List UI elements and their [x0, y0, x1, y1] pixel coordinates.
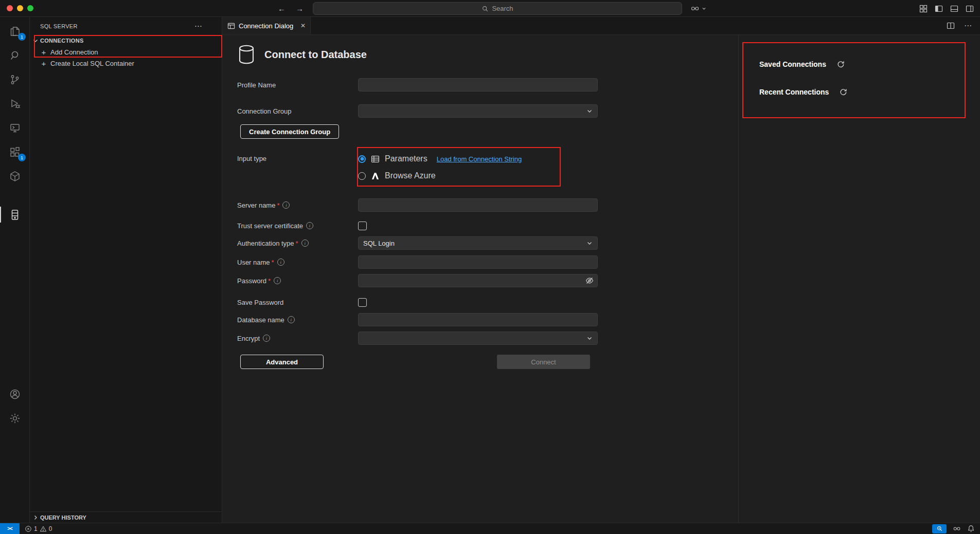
minimize-window-button[interactable] [17, 5, 23, 11]
source-control-icon [9, 73, 21, 86]
server-name-input[interactable] [358, 198, 598, 212]
profile-name-input[interactable] [358, 78, 598, 91]
connect-button[interactable]: Connect [497, 355, 590, 369]
copilot-icon [690, 4, 700, 13]
activitybar-bottom [0, 382, 29, 430]
problems-status[interactable]: 1 0 [25, 525, 52, 532]
close-window-button[interactable] [7, 5, 13, 11]
zoom-status-item[interactable] [932, 524, 947, 533]
required-marker: * [272, 259, 274, 266]
status-bar: >< 1 0 [0, 523, 980, 534]
editor-more-actions-icon[interactable]: ⋯ [964, 21, 972, 30]
back-arrow-icon[interactable]: ← [278, 4, 286, 13]
database-name-label: Database name i [237, 316, 358, 324]
close-icon[interactable]: ✕ [300, 22, 306, 29]
main-area: 1 1 [0, 17, 980, 523]
toggle-primary-sidebar-icon[interactable] [935, 5, 943, 13]
profile-name-label: Profile Name [237, 81, 358, 89]
toggle-secondary-sidebar-icon[interactable] [966, 5, 974, 13]
copilot-icon[interactable] [953, 525, 961, 533]
info-icon: i [282, 201, 290, 209]
create-connection-group-button[interactable]: Create Connection Group [240, 124, 339, 139]
database-name-input[interactable] [358, 313, 598, 326]
parameters-radio[interactable] [358, 155, 366, 163]
info-icon: i [277, 259, 284, 266]
save-password-checkbox[interactable] [358, 298, 367, 307]
connection-group-select[interactable] [358, 104, 598, 118]
extensions-badge: 1 [18, 154, 26, 161]
info-icon: i [301, 240, 309, 247]
bell-icon[interactable] [967, 525, 975, 532]
connection-group-label: Connection Group [237, 107, 358, 115]
remote-icon: >< [7, 526, 12, 531]
tab-connection-dialog[interactable]: Connection Dialog ✕ [222, 17, 311, 34]
add-icon: + [41, 59, 47, 68]
chevron-down-icon [702, 6, 706, 11]
info-icon: i [274, 277, 281, 284]
connection-form: Connect to Database Profile Name Connect… [222, 35, 739, 523]
refresh-saved-connections-icon[interactable] [836, 60, 845, 68]
connections-browser-panel: Saved Connections Recent Connections [739, 35, 980, 523]
password-label: Password* i [237, 277, 358, 285]
page-title: Connect to Database [264, 49, 367, 61]
activitybar-containers[interactable] [0, 164, 29, 188]
activitybar-sql-server[interactable] [0, 202, 29, 227]
remote-explorer-icon [9, 122, 21, 134]
trust-server-certificate-label: Trust server certificate i [237, 222, 358, 230]
chevron-down-icon [586, 108, 593, 114]
error-icon [25, 525, 32, 532]
chevron-down-icon [32, 37, 39, 44]
user-name-input[interactable] [358, 255, 598, 269]
required-marker: * [296, 240, 298, 247]
sidebar-item-add-connection[interactable]: + Add Connection [30, 46, 222, 58]
input-type-label: Input type [237, 153, 358, 162]
add-icon: + [41, 48, 47, 57]
sql-server-icon [9, 209, 21, 221]
customize-layout-icon[interactable] [919, 5, 928, 13]
sidebar-more-actions-icon[interactable]: ⋯ [194, 22, 202, 31]
parameters-radio-label[interactable]: Parameters [385, 154, 427, 163]
server-name-label: Server name* i [237, 201, 358, 209]
browse-azure-radio-label[interactable]: Browse Azure [385, 171, 436, 180]
split-editor-icon[interactable] [947, 22, 955, 30]
refresh-recent-connections-icon[interactable] [839, 88, 847, 96]
explorer-badge: 1 [18, 33, 26, 41]
search-icon [9, 49, 21, 62]
toggle-password-visibility-icon[interactable] [585, 277, 594, 287]
toggle-panel-icon[interactable] [950, 5, 958, 13]
container-cube-icon [9, 170, 21, 182]
remote-indicator[interactable]: >< [0, 523, 20, 534]
load-from-connection-string-link[interactable]: Load from Connection String [437, 155, 522, 163]
activitybar-settings[interactable] [0, 406, 29, 430]
activitybar-explorer[interactable]: 1 [0, 19, 29, 43]
advanced-button[interactable]: Advanced [240, 355, 324, 369]
command-center-search[interactable]: Search [313, 2, 682, 15]
activitybar-remote-explorer[interactable] [0, 116, 29, 140]
trust-server-certificate-checkbox[interactable] [358, 222, 367, 230]
forward-arrow-icon[interactable]: → [296, 4, 304, 13]
activitybar-extensions[interactable]: 1 [0, 140, 29, 164]
run-debug-icon [9, 98, 21, 110]
recent-connections-title: Recent Connections [759, 88, 829, 96]
sidebar-item-create-local-sql-container[interactable]: + Create Local SQL Container [30, 58, 222, 69]
browse-azure-radio[interactable] [358, 172, 366, 180]
copilot-menu[interactable] [690, 0, 706, 17]
sidebar: SQL SERVER ⋯ CONNECTIONS + Add Connectio… [30, 17, 222, 523]
chevron-right-icon [32, 514, 39, 521]
query-history-section-header[interactable]: QUERY HISTORY [30, 511, 222, 523]
connections-section-header[interactable]: CONNECTIONS [30, 35, 222, 46]
zoom-in-icon [936, 525, 943, 532]
activitybar-accounts[interactable] [0, 382, 29, 406]
password-input[interactable] [358, 274, 598, 287]
gear-icon [9, 412, 21, 425]
encrypt-select[interactable] [358, 332, 598, 345]
editor-group: Connection Dialog ✕ ⋯ Connect to Databas… [222, 17, 980, 523]
vscode-window: ← → Search 1 [0, 0, 980, 534]
activitybar-source-control[interactable] [0, 67, 29, 91]
activitybar-search[interactable] [0, 43, 29, 67]
authentication-type-select[interactable]: SQL Login [358, 236, 598, 250]
maximize-window-button[interactable] [27, 5, 33, 11]
activitybar-run-debug[interactable] [0, 91, 29, 116]
info-icon: i [288, 316, 295, 323]
info-icon: i [263, 335, 270, 342]
